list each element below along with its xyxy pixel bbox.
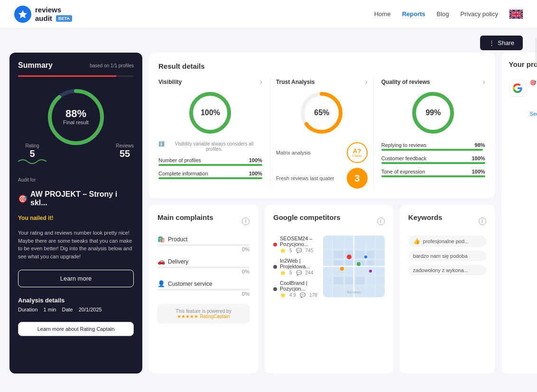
svg-point-32 bbox=[347, 255, 352, 259]
rating-indicator bbox=[18, 75, 134, 77]
visibility-chevron-icon[interactable]: › bbox=[260, 78, 262, 86]
fresh-reviews-row: Fresh reviews last quater 3 bbox=[276, 168, 368, 189]
profile-item-aw[interactable]: 🎯 AW PROJEKT – Strony i sklepy interneto… bbox=[509, 76, 537, 120]
feedback-label: Customer feedback bbox=[381, 155, 426, 161]
fresh-label: Fresh reviews last quater bbox=[276, 175, 334, 181]
right-panel: Your profiles 🎯 AW PROJ bbox=[501, 53, 537, 374]
competitors-info-icon[interactable]: i bbox=[377, 218, 385, 225]
final-percent: 88% bbox=[63, 109, 89, 119]
comp-2-star-icon: ⭐ bbox=[280, 270, 286, 275]
complete-info-metric: Complete information 100% bbox=[158, 171, 262, 179]
complaints-title: Main complaints bbox=[157, 213, 213, 221]
comp-2-comment-icon: 💬 bbox=[296, 270, 302, 275]
svg-rect-31 bbox=[355, 277, 365, 284]
rating-label: Rating bbox=[18, 143, 46, 148]
logo-icon bbox=[14, 6, 31, 23]
competitor-list: SEOSEM24 – Pozycjono... ⭐ 5 💬 745 bbox=[273, 236, 317, 298]
quality-title: Quality of reviews bbox=[381, 79, 430, 85]
trust-title: Trust Analysis bbox=[276, 79, 315, 85]
replying-label: Replying to reviews bbox=[381, 142, 426, 148]
keyword-text-3: zadowolony z wykona... bbox=[413, 267, 468, 273]
svg-text:Reviews: Reviews bbox=[346, 290, 361, 294]
audit-name: 🎯 AW PROJEKT – Strony i skl... bbox=[18, 190, 134, 207]
competitor-1-rating: 5 bbox=[289, 248, 292, 253]
keyword-tag-1: 👍 profesjonalne pod... bbox=[408, 236, 486, 247]
nav-privacy[interactable]: Privacy policy bbox=[461, 10, 498, 18]
num-profiles-label: Number of profiles bbox=[158, 157, 201, 163]
main-nav: Home Reports Blog Privacy policy bbox=[374, 9, 523, 19]
complaints-info-icon[interactable]: i bbox=[242, 218, 250, 225]
quality-column: Quality of reviews › 99% Replying to bbox=[381, 78, 485, 177]
competitors-header: Google competitors i bbox=[273, 213, 385, 229]
competitor-1: SEOSEM24 – Pozycjono... ⭐ 5 💬 745 bbox=[273, 236, 317, 253]
center-column: Result details Visibility › 100% bbox=[149, 53, 495, 374]
quality-chevron-icon[interactable]: › bbox=[482, 78, 485, 86]
nailed-description: Your rating and reviews number look pret… bbox=[18, 229, 134, 260]
quality-percent: 99% bbox=[426, 109, 441, 117]
matrix-label: Matrix analysis bbox=[276, 150, 311, 155]
feedback-value: 100% bbox=[472, 155, 485, 161]
nav-home[interactable]: Home bbox=[374, 10, 391, 18]
visibility-column: Visibility › 100% ℹ️ Visibility variable… bbox=[158, 78, 262, 179]
competitor-1-reviews: 745 bbox=[306, 248, 314, 253]
profile-logo-google bbox=[509, 80, 526, 97]
reviews-value: 55 bbox=[116, 148, 134, 159]
keyword-tag-3: zadowolony z wykona... bbox=[408, 265, 486, 275]
keywords-header: Keywords i bbox=[408, 213, 486, 229]
nav-blog[interactable]: Blog bbox=[437, 10, 449, 18]
profiles-scroll[interactable]: 🎯 AW PROJEKT – Strony i sklepy interneto… bbox=[509, 76, 537, 120]
svg-rect-23 bbox=[333, 260, 343, 265]
share-button[interactable]: ⋮ Share bbox=[480, 36, 523, 50]
product-icon: 🛍️ bbox=[157, 236, 165, 243]
product-pct: 0% bbox=[157, 246, 250, 252]
competitor-1-name: SEOSEM24 – Pozycjono... bbox=[280, 236, 317, 247]
learn-captain-button[interactable]: Learn more about Rating Captain bbox=[18, 322, 134, 336]
reviews-label: Reviews bbox=[116, 143, 134, 148]
customer-service-pct: 0% bbox=[157, 291, 250, 297]
visibility-donut: 100% bbox=[186, 89, 234, 137]
delivery-icon: 🚗 bbox=[157, 258, 165, 265]
svg-rect-30 bbox=[345, 277, 353, 284]
comp-3-star-icon: ⭐ bbox=[280, 292, 286, 298]
trust-column: Trust Analysis › 65% Matrix analysis bbox=[270, 78, 374, 189]
powered-text: This feature is powered by bbox=[164, 309, 243, 314]
see-profile-link[interactable]: See profile bbox=[530, 111, 537, 117]
keyword-text-1: profesjonalne pod... bbox=[423, 238, 469, 244]
competitors-title: Google competitors bbox=[273, 213, 341, 221]
keywords-info-icon[interactable]: i bbox=[479, 218, 486, 225]
complaints-header: Main complaints i bbox=[157, 213, 250, 229]
matrix-row: Matrix analysis A? Class bbox=[276, 142, 368, 163]
comp-3-comment-icon: 💬 bbox=[300, 292, 306, 298]
you-nailed-title: You nailed it! bbox=[18, 215, 134, 221]
competitor-2-meta: ⭐ 5 💬 244 bbox=[280, 270, 317, 275]
powered-brand: ★★★★★ RatingCaptain bbox=[164, 314, 243, 319]
complete-info-value: 100% bbox=[249, 171, 262, 176]
competitor-3: CoolBrand | Pozycjon... ⭐ 4.9 💬 178 bbox=[273, 280, 317, 298]
complaint-product: 🛍️ Product 0% bbox=[157, 236, 250, 252]
trust-donut: 65% bbox=[298, 89, 345, 137]
analysis-meta: Duration 1 min Date 20/1/2025 bbox=[18, 307, 134, 312]
svg-rect-21 bbox=[333, 251, 343, 258]
svg-rect-26 bbox=[367, 251, 374, 258]
svg-point-34 bbox=[340, 267, 344, 271]
fresh-badge: 3 bbox=[347, 168, 368, 189]
competitor-2-rating: 5 bbox=[289, 270, 292, 275]
complete-info-bar bbox=[158, 177, 262, 179]
language-flag-icon[interactable] bbox=[509, 9, 523, 19]
competitors-card: Google competitors i SEOSEM24 – Pozycjon… bbox=[265, 205, 393, 374]
trust-chevron-icon[interactable]: › bbox=[365, 78, 367, 86]
svg-point-36 bbox=[369, 270, 372, 273]
result-details-card: Result details Visibility › 100% bbox=[149, 53, 495, 198]
beta-badge: BETA bbox=[56, 15, 72, 22]
number-profiles-metric: Number of profiles 100% bbox=[158, 157, 262, 166]
circle-wrapper: 88% Final result bbox=[45, 86, 107, 148]
reviews-box: Reviews 55 bbox=[116, 143, 134, 168]
tone-value: 100% bbox=[472, 169, 485, 174]
delivery-label: Delivery bbox=[168, 258, 188, 265]
nav-reports[interactable]: Reports bbox=[402, 10, 425, 18]
header: reviews audit BETA Home Reports Blog Pri… bbox=[0, 0, 537, 28]
replying-bar bbox=[381, 149, 483, 151]
learn-more-button[interactable]: Learn more bbox=[18, 270, 134, 287]
final-result-label: Final result bbox=[63, 119, 89, 126]
visibility-title: Visibility bbox=[158, 79, 182, 85]
